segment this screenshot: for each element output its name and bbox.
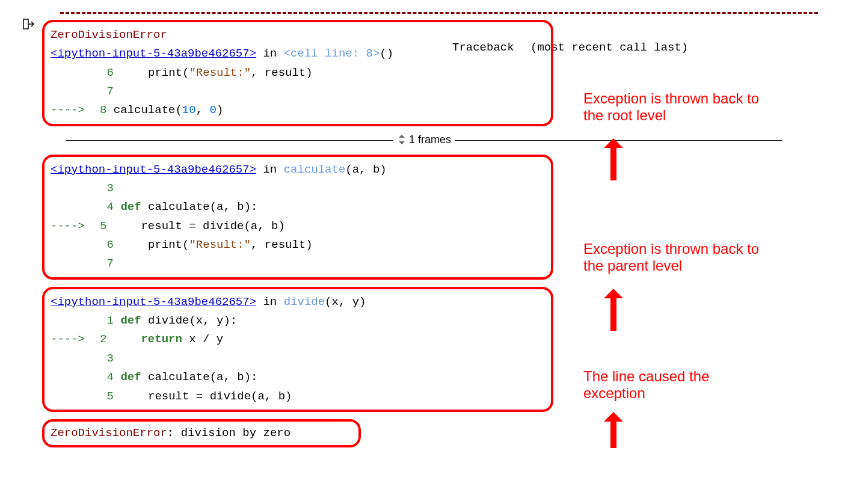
source-link[interactable]: <ipython-input-5-43a9be462657> [51, 47, 256, 60]
code-line: 4 def calculate(a, b): [51, 368, 545, 387]
traceback-frame-parent: <ipython-input-5-43a9be462657> in calcul… [42, 155, 553, 280]
exception-summary: ZeroDivisionError: division by zero [42, 419, 361, 447]
arrow-up-icon [601, 412, 625, 448]
svg-marker-9 [604, 412, 623, 422]
annotation-line: The line caused the exception [583, 368, 770, 402]
code-line: ----> 2 return x / y [51, 330, 545, 349]
cell-line: <cell line: 8> [284, 47, 380, 60]
code-line: 3 [51, 179, 545, 198]
in-text: in [263, 163, 277, 176]
code-line: 1 def divide(x, y): [51, 312, 545, 330]
code-line: 7 [51, 82, 545, 101]
source-link[interactable]: <ipython-input-5-43a9be462657> [51, 295, 256, 309]
exception-name-top: ZeroDivisionError [51, 28, 167, 41]
code-line: 4 def calculate(a, b): [51, 198, 545, 217]
fn-args: (a, b) [345, 163, 386, 176]
exception-name-bottom: ZeroDivisionError [51, 426, 167, 440]
in-text: in [263, 47, 277, 60]
traceback-frame-origin: <ipython-input-5-43a9be462657> in divide… [42, 287, 553, 412]
arrow-up-icon [601, 138, 625, 180]
separator-line [60, 12, 818, 14]
call-suffix: () [380, 47, 393, 60]
svg-marker-2 [399, 135, 405, 138]
code-line: 7 [51, 254, 545, 273]
frames-count: 1 frames [409, 134, 451, 146]
execute-output-icon [23, 18, 36, 31]
code-line: ----> 8 calculate(10, 0) [51, 101, 545, 120]
annotation-root: Exception is thrown back to the root lev… [583, 90, 770, 124]
traceback-frame-root: ZeroDivisionError <ipython-input-5-43a9b… [42, 20, 553, 126]
exception-message: division by zero [181, 426, 290, 440]
code-line: 3 [51, 349, 545, 368]
fn-args: (x, y) [325, 295, 366, 309]
expand-icon[interactable] [397, 134, 407, 146]
traceback-diagram: Traceback (most recent call last) ZeroDi… [24, 12, 818, 447]
annotation-parent: Exception is thrown back to the parent l… [583, 241, 782, 274]
recent-call-text: (most recent call last) [530, 41, 688, 54]
code-line: 5 result = divide(a, b) [51, 387, 545, 406]
svg-rect-0 [23, 19, 28, 29]
code-line: 6 print("Result:", result) [51, 64, 545, 82]
fn-name: divide [284, 295, 325, 309]
svg-marker-7 [604, 289, 623, 298]
svg-marker-5 [604, 138, 623, 148]
source-link[interactable]: <ipython-input-5-43a9be462657> [51, 163, 256, 176]
arrow-up-icon [601, 289, 625, 331]
code-line: 6 print("Result:", result) [51, 236, 545, 254]
fn-name: calculate [284, 163, 346, 176]
frames-separator[interactable]: 1 frames [66, 134, 782, 146]
svg-marker-3 [399, 141, 405, 144]
code-line: ----> 5 result = divide(a, b) [51, 217, 545, 236]
in-text: in [263, 295, 277, 309]
